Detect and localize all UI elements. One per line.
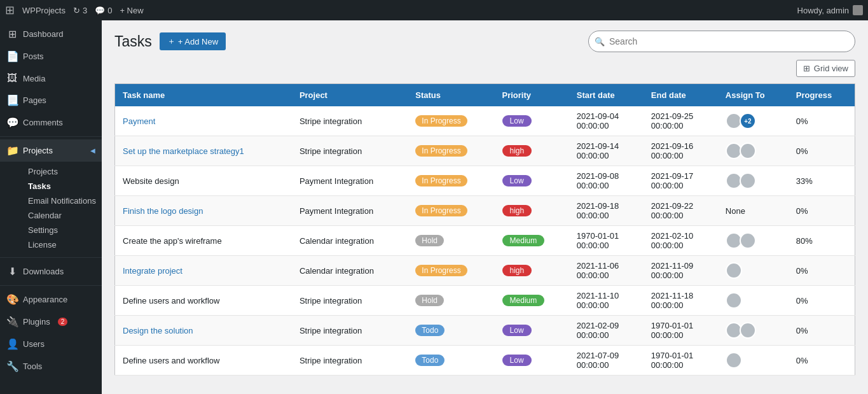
task-end-date-cell: 2021-09-25 00:00:00 xyxy=(644,106,718,136)
avatars-wrap xyxy=(726,172,781,189)
chevron-left-icon: ◀ xyxy=(90,147,95,154)
sidebar-item-users[interactable]: 👤 Users xyxy=(0,333,102,355)
status-badge: Todo xyxy=(415,325,444,336)
priority-badge: Medium xyxy=(502,295,545,306)
sidebar-item-tools[interactable]: 🔧 Tools xyxy=(0,355,102,377)
task-status-cell: Hold xyxy=(408,226,494,256)
sidebar-sub-item-email-notifications[interactable]: Email Notifications xyxy=(23,193,102,208)
task-end-date-cell: 2021-11-09 00:00:00 xyxy=(644,256,718,286)
task-assign-cell xyxy=(718,166,789,196)
task-assign-cell: None xyxy=(718,196,789,226)
task-assign-cell xyxy=(718,316,789,346)
task-name-cell: Payment xyxy=(115,106,292,136)
avatar-extra: +2 xyxy=(740,113,756,129)
task-end-date-cell: 2021-09-17 00:00:00 xyxy=(644,166,718,196)
user-greeting: Howdy, admin xyxy=(797,5,863,15)
task-name-cell: Set up the marketplace strategy1 xyxy=(115,136,292,166)
status-badge: In Progress xyxy=(415,175,467,186)
sidebar-item-pages[interactable]: 📃 Pages xyxy=(0,89,102,111)
task-priority-cell: Medium xyxy=(495,226,569,256)
main-content: Tasks ＋ + Add New 🔍 ⊞ Grid view xyxy=(102,20,868,394)
task-start-date-cell: 2021-02-09 00:00:00 xyxy=(569,316,644,346)
sidebar-item-projects[interactable]: 📁 Projects ◀ xyxy=(0,139,102,162)
task-progress-cell: 0% xyxy=(789,196,855,226)
plugins-badge: 2 xyxy=(58,318,68,326)
task-assign-cell xyxy=(718,226,789,256)
task-project-cell: Payment Integration xyxy=(292,196,408,226)
page-title: Tasks xyxy=(114,33,152,50)
status-badge: In Progress xyxy=(415,115,467,127)
sidebar-item-media[interactable]: 🖼 Media xyxy=(0,67,102,89)
page-header: Tasks ＋ + Add New 🔍 xyxy=(114,31,855,52)
task-name-link[interactable]: Payment xyxy=(123,116,155,126)
sidebar-item-appearance[interactable]: 🎨 Appearance xyxy=(0,288,102,311)
task-project-cell: Calendar integration xyxy=(292,256,408,286)
sidebar-sub-item-settings[interactable]: Settings xyxy=(23,223,102,237)
search-input[interactable] xyxy=(588,31,855,52)
avatars-wrap xyxy=(726,322,781,339)
task-priority-cell: Low xyxy=(495,106,569,136)
task-name-link[interactable]: Design the solution xyxy=(123,326,193,335)
task-name-link[interactable]: Finish the logo design xyxy=(123,206,203,216)
comments-icon: 💬 xyxy=(6,116,18,129)
new-content[interactable]: + New xyxy=(120,6,143,15)
avatar xyxy=(740,232,756,249)
add-new-button[interactable]: ＋ + Add New xyxy=(160,32,226,50)
avatars-wrap xyxy=(726,232,781,249)
task-start-date-cell: 2021-07-09 00:00:00 xyxy=(569,346,644,376)
task-name-link[interactable]: Integrate project xyxy=(123,266,183,276)
toolbar-row: ⊞ Grid view xyxy=(114,60,855,77)
comments-count[interactable]: 💬 0 xyxy=(95,6,112,15)
priority-badge: high xyxy=(502,265,532,276)
users-icon: 👤 xyxy=(6,338,18,350)
col-priority: Priority xyxy=(495,84,569,107)
comment-icon: 💬 xyxy=(95,6,105,15)
grid-view-button[interactable]: ⊞ Grid view xyxy=(796,60,855,77)
sidebar-sub-item-license[interactable]: License xyxy=(23,237,102,252)
col-assign-to: Assign To xyxy=(718,84,789,107)
status-badge: In Progress xyxy=(415,145,467,157)
priority-badge: Low xyxy=(502,355,532,366)
task-project-cell: Stripe integration xyxy=(292,346,408,376)
task-start-date-cell: 2021-11-10 00:00:00 xyxy=(569,286,644,316)
task-end-date-cell: 2021-11-18 00:00:00 xyxy=(644,286,718,316)
task-end-date-cell: 2021-09-22 00:00:00 xyxy=(644,196,718,226)
sidebar-item-plugins[interactable]: 🔌 Plugins 2 xyxy=(0,311,102,333)
dashboard-icon: ⊞ xyxy=(6,28,18,40)
avatars-wrap xyxy=(726,352,781,369)
avatar xyxy=(726,352,742,369)
sidebar-item-downloads[interactable]: ⬇ Downloads xyxy=(0,260,102,283)
priority-badge: Low xyxy=(502,115,532,127)
sidebar-item-dashboard[interactable]: ⊞ Dashboard xyxy=(0,23,102,45)
updates-count[interactable]: ↻ 3 xyxy=(73,6,87,15)
task-name-link[interactable]: Set up the marketplace strategy1 xyxy=(123,146,244,156)
task-project-cell: Stripe integration xyxy=(292,136,408,166)
task-name-cell: Website design xyxy=(115,166,292,196)
table-row: Integrate projectCalendar integrationIn … xyxy=(115,256,855,286)
sidebar-sub-item-projects[interactable]: Projects xyxy=(23,164,102,179)
avatars-wrap xyxy=(726,292,781,309)
avatars-wrap: +2 xyxy=(726,113,781,129)
task-progress-cell: 0% xyxy=(789,256,855,286)
wp-logo-icon[interactable]: ⊞ xyxy=(5,3,15,17)
sidebar-item-posts[interactable]: 📄 Posts xyxy=(0,45,102,67)
task-end-date-cell: 1970-01-01 00:00:00 xyxy=(644,316,718,346)
search-input-wrap: 🔍 xyxy=(588,31,855,52)
sidebar-item-comments[interactable]: 💬 Comments xyxy=(0,111,102,134)
sidebar-sub-item-calendar[interactable]: Calendar xyxy=(23,208,102,223)
priority-badge: Low xyxy=(502,325,532,336)
admin-bar: ⊞ WPProjects ↻ 3 💬 0 + New Howdy, admin xyxy=(0,0,868,20)
table-row: Website designPayment IntegrationIn Prog… xyxy=(115,166,855,196)
downloads-icon: ⬇ xyxy=(6,265,18,278)
table-row: Finish the logo designPayment Integratio… xyxy=(115,196,855,226)
task-start-date-cell: 2021-11-06 00:00:00 xyxy=(569,256,644,286)
site-name[interactable]: WPProjects xyxy=(22,6,65,15)
media-icon: 🖼 xyxy=(6,73,18,84)
avatar xyxy=(726,292,742,309)
task-status-cell: In Progress xyxy=(408,256,494,286)
task-end-date-cell: 2021-09-16 00:00:00 xyxy=(644,136,718,166)
task-name-cell: Define users and workflow xyxy=(115,286,292,316)
task-status-cell: In Progress xyxy=(408,166,494,196)
projects-icon: 📁 xyxy=(6,144,18,157)
sidebar-sub-item-tasks[interactable]: Tasks xyxy=(23,179,102,193)
